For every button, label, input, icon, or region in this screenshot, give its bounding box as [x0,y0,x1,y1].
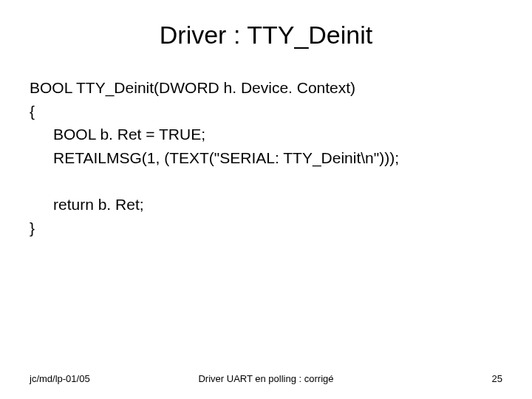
footer: jc/md/lp-01/05 Driver UART en polling : … [30,373,502,384]
code-line: BOOL b. Ret = TRUE; [30,123,502,146]
code-line: return b. Ret; [30,193,502,216]
code-line: } [30,216,502,240]
code-block: BOOL TTY_Deinit(DWORD h. Device. Context… [30,76,502,239]
footer-center: Driver UART en polling : corrigé [30,373,502,384]
code-line: { [30,100,502,123]
slide: Driver : TTY_Deinit BOOL TTY_Deinit(DWOR… [0,0,532,399]
blank-line [30,169,502,193]
code-line: BOOL TTY_Deinit(DWORD h. Device. Context… [30,76,502,100]
page-number: 25 [492,373,502,384]
code-line: RETAILMSG(1, (TEXT("SERIAL: TTY_Deinit\n… [30,146,502,170]
slide-title: Driver : TTY_Deinit [30,21,502,50]
footer-left: jc/md/lp-01/05 [30,373,90,384]
